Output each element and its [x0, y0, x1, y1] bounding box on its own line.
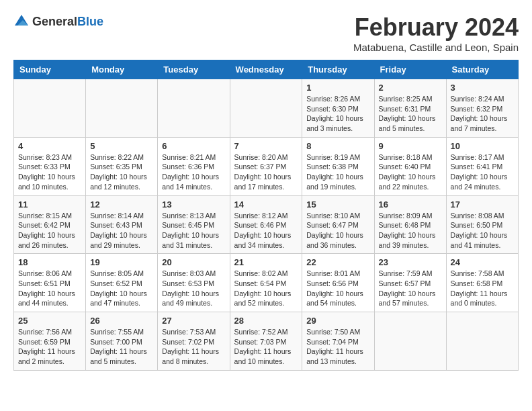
month-year-title: February 2024	[353, 13, 519, 42]
location-subtitle: Matabuena, Castille and Leon, Spain	[353, 42, 519, 53]
day-info: Sunrise: 8:02 AM Sunset: 6:54 PM Dayligh…	[234, 269, 298, 308]
calendar-cell: 10Sunrise: 8:17 AM Sunset: 6:41 PM Dayli…	[446, 137, 518, 195]
calendar-cell: 21Sunrise: 8:02 AM Sunset: 6:54 PM Dayli…	[230, 254, 302, 312]
calendar-day-header: Sunday	[14, 60, 86, 79]
calendar-cell: 23Sunrise: 7:59 AM Sunset: 6:57 PM Dayli…	[374, 254, 446, 312]
day-info: Sunrise: 8:10 AM Sunset: 6:47 PM Dayligh…	[306, 211, 369, 250]
calendar-cell: 24Sunrise: 7:58 AM Sunset: 6:58 PM Dayli…	[446, 254, 518, 312]
calendar-header: SundayMondayTuesdayWednesdayThursdayFrid…	[14, 60, 519, 79]
calendar-cell: 18Sunrise: 8:06 AM Sunset: 6:51 PM Dayli…	[14, 254, 86, 312]
day-number: 27	[162, 316, 225, 326]
day-number: 4	[18, 141, 81, 151]
day-info: Sunrise: 8:23 AM Sunset: 6:33 PM Dayligh…	[18, 152, 81, 192]
calendar-cell: 8Sunrise: 8:19 AM Sunset: 6:38 PM Daylig…	[302, 137, 374, 195]
calendar-cell: 16Sunrise: 8:09 AM Sunset: 6:48 PM Dayli…	[374, 195, 446, 254]
calendar-cell: 20Sunrise: 8:03 AM Sunset: 6:53 PM Dayli…	[158, 254, 230, 312]
logo-text-general: General	[32, 15, 77, 28]
calendar-cell: 25Sunrise: 7:56 AM Sunset: 6:59 PM Dayli…	[14, 312, 86, 371]
day-info: Sunrise: 8:24 AM Sunset: 6:32 PM Dayligh…	[451, 94, 514, 134]
day-number: 29	[306, 316, 369, 326]
calendar-cell: 22Sunrise: 8:01 AM Sunset: 6:56 PM Dayli…	[302, 254, 374, 312]
day-info: Sunrise: 8:19 AM Sunset: 6:38 PM Dayligh…	[306, 152, 369, 192]
logo-icon	[13, 13, 30, 30]
day-number: 18	[18, 257, 81, 267]
day-number: 16	[379, 199, 442, 210]
calendar-week-row: 11Sunrise: 8:15 AM Sunset: 6:42 PM Dayli…	[14, 195, 519, 254]
calendar-cell: 4Sunrise: 8:23 AM Sunset: 6:33 PM Daylig…	[14, 137, 86, 195]
day-info: Sunrise: 8:01 AM Sunset: 6:56 PM Dayligh…	[306, 269, 369, 308]
day-info: Sunrise: 8:14 AM Sunset: 6:43 PM Dayligh…	[90, 211, 153, 250]
day-info: Sunrise: 8:06 AM Sunset: 6:51 PM Dayligh…	[18, 269, 81, 308]
logo: GeneralBlue	[13, 13, 103, 30]
day-info: Sunrise: 8:08 AM Sunset: 6:50 PM Dayligh…	[451, 211, 514, 250]
calendar-day-header: Monday	[86, 60, 158, 79]
day-number: 1	[306, 83, 369, 93]
calendar-cell	[158, 79, 230, 138]
day-number: 23	[379, 257, 442, 267]
calendar-body: 1Sunrise: 8:26 AM Sunset: 6:30 PM Daylig…	[14, 79, 519, 371]
day-number: 7	[234, 141, 298, 151]
day-info: Sunrise: 8:20 AM Sunset: 6:37 PM Dayligh…	[234, 152, 298, 192]
calendar-cell: 27Sunrise: 7:53 AM Sunset: 7:02 PM Dayli…	[158, 312, 230, 371]
calendar-cell: 2Sunrise: 8:25 AM Sunset: 6:31 PM Daylig…	[374, 79, 446, 138]
calendar-week-row: 25Sunrise: 7:56 AM Sunset: 6:59 PM Dayli…	[14, 312, 519, 371]
calendar-cell	[14, 79, 86, 138]
calendar-cell: 6Sunrise: 8:21 AM Sunset: 6:36 PM Daylig…	[158, 137, 230, 195]
day-info: Sunrise: 7:59 AM Sunset: 6:57 PM Dayligh…	[379, 269, 442, 308]
day-number: 20	[162, 257, 225, 267]
calendar-cell: 3Sunrise: 8:24 AM Sunset: 6:32 PM Daylig…	[446, 79, 518, 138]
day-number: 12	[90, 199, 153, 210]
calendar-cell: 14Sunrise: 8:12 AM Sunset: 6:46 PM Dayli…	[230, 195, 302, 254]
calendar-day-header: Tuesday	[158, 60, 230, 79]
calendar-cell: 5Sunrise: 8:22 AM Sunset: 6:35 PM Daylig…	[86, 137, 158, 195]
day-number: 14	[234, 199, 298, 210]
calendar-cell: 28Sunrise: 7:52 AM Sunset: 7:03 PM Dayli…	[230, 312, 302, 371]
day-number: 11	[18, 199, 81, 210]
day-info: Sunrise: 7:55 AM Sunset: 7:00 PM Dayligh…	[90, 327, 153, 367]
calendar-day-header: Friday	[374, 60, 446, 79]
calendar-week-row: 4Sunrise: 8:23 AM Sunset: 6:33 PM Daylig…	[14, 137, 519, 195]
day-number: 19	[90, 257, 153, 267]
title-area: February 2024 Matabuena, Castille and Le…	[353, 13, 519, 53]
calendar-day-header: Thursday	[302, 60, 374, 79]
day-info: Sunrise: 7:53 AM Sunset: 7:02 PM Dayligh…	[162, 327, 225, 367]
day-info: Sunrise: 8:25 AM Sunset: 6:31 PM Dayligh…	[379, 94, 442, 134]
calendar-week-row: 18Sunrise: 8:06 AM Sunset: 6:51 PM Dayli…	[14, 254, 519, 312]
calendar-cell: 9Sunrise: 8:18 AM Sunset: 6:40 PM Daylig…	[374, 137, 446, 195]
day-number: 2	[379, 83, 442, 93]
day-info: Sunrise: 8:03 AM Sunset: 6:53 PM Dayligh…	[162, 269, 225, 308]
calendar-day-header: Wednesday	[230, 60, 302, 79]
calendar-cell	[374, 312, 446, 371]
calendar-cell: 17Sunrise: 8:08 AM Sunset: 6:50 PM Dayli…	[446, 195, 518, 254]
day-info: Sunrise: 8:21 AM Sunset: 6:36 PM Dayligh…	[162, 152, 225, 192]
day-number: 3	[451, 83, 514, 93]
calendar-cell: 1Sunrise: 8:26 AM Sunset: 6:30 PM Daylig…	[302, 79, 374, 138]
day-number: 15	[306, 199, 369, 210]
day-info: Sunrise: 8:12 AM Sunset: 6:46 PM Dayligh…	[234, 211, 298, 250]
day-number: 21	[234, 257, 298, 267]
calendar-cell	[86, 79, 158, 138]
day-info: Sunrise: 7:58 AM Sunset: 6:58 PM Dayligh…	[451, 269, 514, 308]
day-info: Sunrise: 7:52 AM Sunset: 7:03 PM Dayligh…	[234, 327, 298, 367]
day-number: 24	[451, 257, 514, 267]
day-info: Sunrise: 7:50 AM Sunset: 7:04 PM Dayligh…	[306, 327, 369, 367]
day-info: Sunrise: 8:09 AM Sunset: 6:48 PM Dayligh…	[379, 211, 442, 250]
logo-text-blue: Blue	[77, 15, 103, 28]
day-info: Sunrise: 8:13 AM Sunset: 6:45 PM Dayligh…	[162, 211, 225, 250]
day-number: 17	[451, 199, 514, 210]
calendar-cell: 15Sunrise: 8:10 AM Sunset: 6:47 PM Dayli…	[302, 195, 374, 254]
calendar-cell	[230, 79, 302, 138]
day-number: 22	[306, 257, 369, 267]
day-info: Sunrise: 8:18 AM Sunset: 6:40 PM Dayligh…	[379, 152, 442, 192]
day-info: Sunrise: 8:05 AM Sunset: 6:52 PM Dayligh…	[90, 269, 153, 308]
day-number: 10	[451, 141, 514, 151]
day-info: Sunrise: 8:17 AM Sunset: 6:41 PM Dayligh…	[451, 152, 514, 192]
page-header: GeneralBlue February 2024 Matabuena, Cas…	[13, 13, 519, 53]
day-number: 5	[90, 141, 153, 151]
day-number: 8	[306, 141, 369, 151]
calendar-cell: 26Sunrise: 7:55 AM Sunset: 7:00 PM Dayli…	[86, 312, 158, 371]
day-number: 28	[234, 316, 298, 326]
calendar-table: SundayMondayTuesdayWednesdayThursdayFrid…	[13, 60, 519, 371]
calendar-week-row: 1Sunrise: 8:26 AM Sunset: 6:30 PM Daylig…	[14, 79, 519, 138]
calendar-cell: 7Sunrise: 8:20 AM Sunset: 6:37 PM Daylig…	[230, 137, 302, 195]
